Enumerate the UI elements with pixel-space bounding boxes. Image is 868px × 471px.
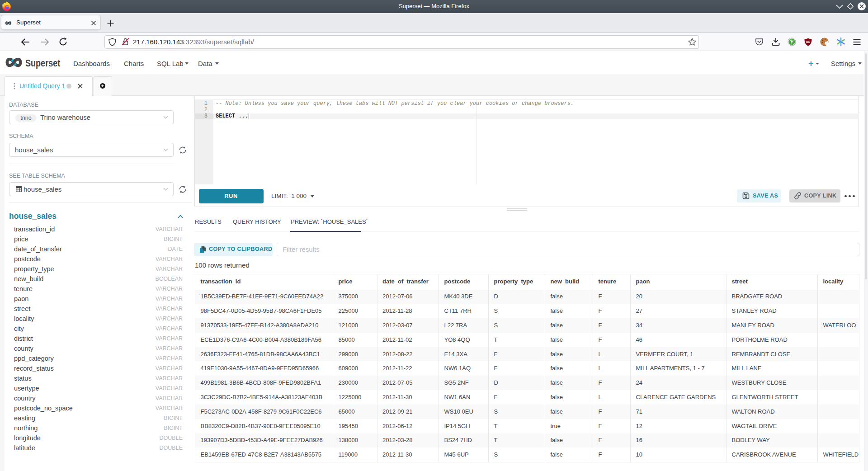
svg-text:UO: UO [806, 40, 811, 43]
